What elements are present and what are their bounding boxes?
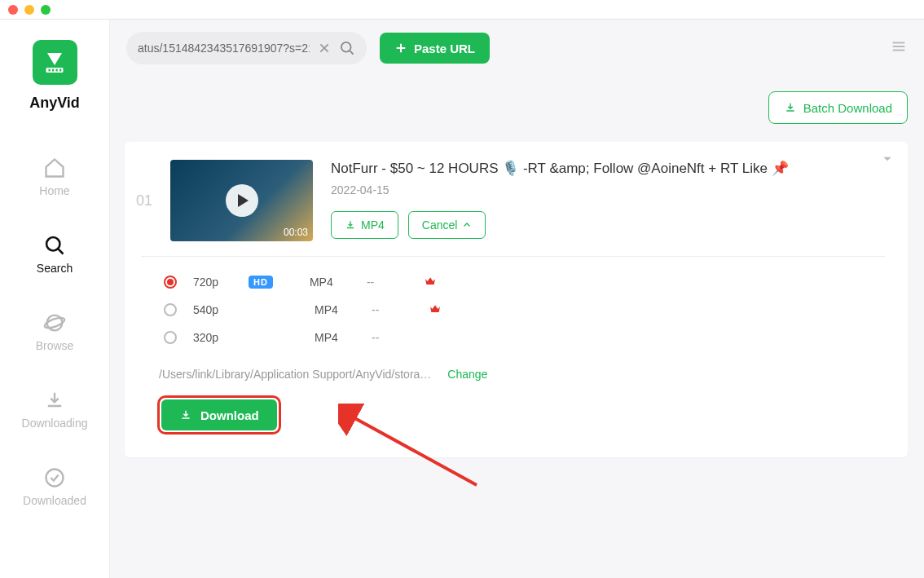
sidebar-item-label: Search: [37, 262, 73, 275]
storage-path: /Users/link/Library/Application Support/…: [159, 368, 431, 381]
size-label: --: [367, 276, 407, 289]
downloading-icon: [43, 389, 66, 412]
play-icon: [226, 184, 258, 217]
maximize-window-icon[interactable]: [41, 5, 51, 15]
chevron-up-icon: [462, 220, 472, 230]
download-icon: [179, 408, 192, 421]
sidebar: AnyVid Home Search Browse Downloading Do…: [0, 20, 110, 578]
close-window-icon[interactable]: [8, 5, 18, 15]
format-row[interactable]: 720p HD MP4 --: [164, 268, 885, 296]
format-label: MP4: [310, 276, 350, 289]
radio-icon[interactable]: [164, 331, 177, 344]
format-row[interactable]: 540p MP4 --: [164, 296, 885, 324]
plus-icon: [394, 42, 407, 55]
svg-point-12: [341, 42, 351, 52]
result-index: 01: [136, 192, 152, 210]
home-icon: [43, 157, 66, 179]
video-thumbnail[interactable]: 00:03: [170, 160, 313, 241]
divider: [141, 256, 885, 257]
download-button-highlight: Download: [157, 395, 281, 435]
main-area: Paste URL Batch Download 01 00:03: [110, 20, 924, 578]
svg-rect-2: [52, 68, 54, 71]
hd-badge: HD: [249, 276, 273, 289]
crown-icon: [424, 275, 437, 290]
sidebar-item-label: Browse: [36, 339, 74, 352]
format-list: 720p HD MP4 -- 540p MP4 --: [141, 268, 885, 351]
svg-point-8: [43, 315, 65, 330]
sidebar-item-downloaded[interactable]: Downloaded: [23, 466, 86, 507]
svg-point-9: [46, 470, 64, 487]
svg-line-6: [59, 249, 64, 254]
paste-url-label: Paste URL: [414, 42, 475, 55]
radio-icon[interactable]: [164, 303, 177, 316]
video-date: 2022-04-15: [331, 183, 885, 196]
window-titlebar: [0, 0, 924, 20]
svg-line-13: [350, 51, 353, 54]
collapse-icon[interactable]: [882, 153, 893, 168]
url-input[interactable]: [138, 42, 310, 55]
svg-point-5: [46, 237, 59, 250]
sidebar-item-label: Downloaded: [23, 494, 86, 507]
svg-rect-1: [49, 68, 51, 71]
check-circle-icon: [43, 466, 66, 489]
sidebar-item-downloading[interactable]: Downloading: [22, 389, 88, 430]
app-logo: [33, 40, 77, 85]
sidebar-item-label: Downloading: [22, 417, 88, 430]
app-name: AnyVid: [29, 95, 80, 112]
radio-selected-icon[interactable]: [164, 276, 177, 289]
cancel-label: Cancel: [422, 218, 458, 232]
mp4-button[interactable]: MP4: [331, 211, 398, 239]
svg-rect-4: [59, 68, 61, 71]
resolution-label: 320p: [193, 331, 232, 344]
change-path-link[interactable]: Change: [447, 368, 487, 381]
search-submit-icon[interactable]: [339, 40, 355, 56]
search-icon: [43, 234, 66, 257]
toolbar: Paste URL: [110, 20, 924, 77]
crown-icon: [429, 302, 442, 318]
video-result-card: 01 00:03 NotFurr - $50 ~ 12 HOURS 🎙️ -RT…: [125, 142, 908, 457]
format-label: MP4: [315, 331, 355, 344]
download-button[interactable]: Download: [161, 399, 277, 430]
paste-url-button[interactable]: Paste URL: [380, 33, 490, 64]
sidebar-item-home[interactable]: Home: [39, 157, 69, 197]
download-label: Download: [200, 408, 259, 422]
cancel-button[interactable]: Cancel: [408, 211, 486, 239]
svg-rect-3: [56, 68, 58, 71]
video-duration: 00:03: [284, 227, 308, 238]
sidebar-nav: Home Search Browse Downloading Downloade…: [0, 157, 109, 507]
search-field-wrap: [126, 32, 367, 64]
minimize-window-icon[interactable]: [24, 5, 34, 15]
mp4-label: MP4: [361, 218, 385, 232]
sidebar-item-search[interactable]: Search: [37, 234, 73, 275]
menu-icon[interactable]: [890, 38, 908, 59]
planet-icon: [43, 311, 66, 334]
sidebar-item-browse[interactable]: Browse: [36, 311, 74, 352]
resolution-label: 540p: [193, 303, 232, 316]
video-title: NotFurr - $50 ~ 12 HOURS 🎙️ -RT &amp; Fo…: [331, 160, 885, 177]
size-label: --: [372, 303, 412, 316]
sidebar-item-label: Home: [39, 184, 69, 197]
download-icon: [345, 219, 356, 231]
batch-download-label: Batch Download: [803, 101, 892, 115]
batch-download-button[interactable]: Batch Download: [768, 91, 908, 124]
format-row[interactable]: 320p MP4 --: [164, 324, 885, 351]
resolution-label: 720p: [193, 276, 232, 289]
clear-input-icon[interactable]: [318, 42, 331, 55]
download-icon: [784, 101, 797, 114]
size-label: --: [372, 331, 412, 344]
format-label: MP4: [315, 303, 355, 316]
